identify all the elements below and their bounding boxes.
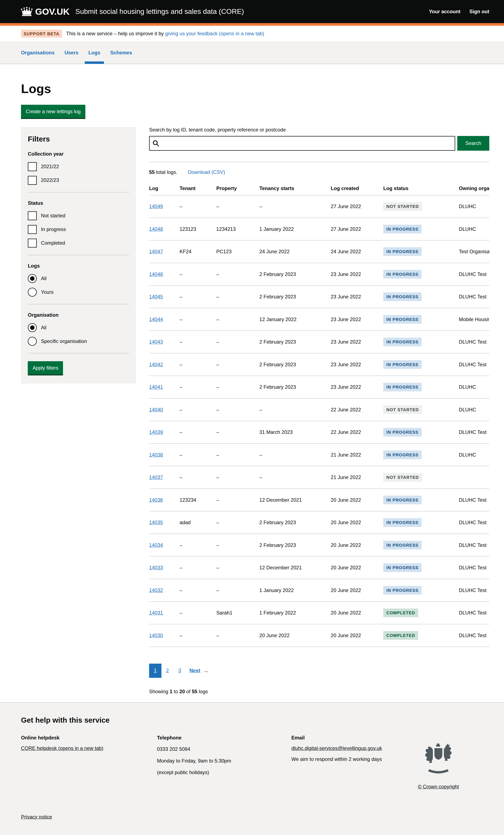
create-lettings-log-button[interactable]: Create a new lettings log <box>21 105 85 118</box>
log-id-cell: 14045 <box>149 287 180 307</box>
log-link[interactable]: 14038 <box>149 452 163 457</box>
filter-group-title: Logs <box>28 263 129 269</box>
log-status-badge: Not started <box>383 473 422 482</box>
nav-tab-users[interactable]: Users <box>64 42 78 64</box>
checkbox-control[interactable] <box>28 211 37 220</box>
tenancy-starts-cell: 24 June 2022 <box>259 242 331 262</box>
download-csv-link[interactable]: Download (CSV) <box>188 169 225 175</box>
search-input[interactable] <box>162 137 452 150</box>
property-cell: Sarah1 <box>216 603 259 623</box>
royal-coat-of-arms <box>419 742 458 776</box>
checkbox-in-progress[interactable]: In progress <box>28 225 129 234</box>
log-id-cell: 14039 <box>149 423 180 442</box>
main-content: Logs Create a new lettings log Filters C… <box>0 64 504 702</box>
radio-control[interactable] <box>28 337 37 346</box>
log-status-badge: Not started <box>383 202 422 211</box>
log-link[interactable]: 14043 <box>149 339 163 344</box>
radio-all[interactable]: All <box>28 274 129 283</box>
log-link[interactable]: 14044 <box>149 317 163 322</box>
owning-org-cell: DLUHC Test <box>459 423 489 442</box>
sign-out-link[interactable]: Sign out <box>469 8 489 15</box>
log-link[interactable]: 14040 <box>149 407 163 412</box>
checkbox-not-started[interactable]: Not started <box>28 211 129 220</box>
column-header: Owning organisation <box>459 183 489 195</box>
filter-group-title: Organisation <box>28 312 129 318</box>
footer-column-text: (except public holidays) <box>157 769 291 776</box>
govuk-header: GOV.UK Submit social housing lettings an… <box>0 0 504 26</box>
log-link[interactable]: 14047 <box>149 249 163 254</box>
privacy-notice-link[interactable]: Privacy notice <box>21 814 52 820</box>
service-name[interactable]: Submit social housing lettings and sales… <box>75 7 244 16</box>
nav-tab-logs[interactable]: Logs <box>88 42 100 64</box>
log-link[interactable]: 14048 <box>149 226 163 232</box>
table-row: 14045––2 February 202323 June 2022In pro… <box>149 286 489 308</box>
log-status-cell: In progress <box>383 241 459 263</box>
checkbox-control[interactable] <box>28 162 37 171</box>
log-status-cell: In progress <box>383 579 459 602</box>
log-link[interactable]: 14033 <box>149 565 163 570</box>
filters-panel: Filters Collection year2021/222022/23Sta… <box>21 127 136 384</box>
search-label: Search by log ID, tenant code, property … <box>149 127 489 133</box>
log-link[interactable]: 14032 <box>149 587 163 593</box>
log-status-cell: In progress <box>383 511 459 534</box>
log-created-cell: 20 June 2022 <box>331 626 383 645</box>
your-account-link[interactable]: Your account <box>429 8 461 15</box>
radio-yours[interactable]: Yours <box>28 288 129 297</box>
search-button[interactable]: Search <box>457 136 489 151</box>
pagination-page-3[interactable]: 3 <box>174 664 186 678</box>
log-link[interactable]: 14042 <box>149 362 163 367</box>
nav-tab-schemes[interactable]: Schemes <box>110 42 132 64</box>
property-cell: – <box>216 355 259 374</box>
log-link[interactable]: 14031 <box>149 610 163 615</box>
tenancy-starts-cell: – <box>259 400 331 420</box>
log-status-cell: In progress <box>383 421 459 443</box>
log-link[interactable]: 14045 <box>149 294 163 299</box>
checkbox-control[interactable] <box>28 239 37 248</box>
govuk-logotype[interactable]: GOV.UK <box>35 6 70 17</box>
log-created-cell: 21 June 2022 <box>331 445 383 465</box>
tenant-cell: – <box>180 603 216 623</box>
log-link[interactable]: 14035 <box>149 520 163 525</box>
radio-control[interactable] <box>28 288 37 297</box>
tenancy-starts-cell: 31 March 2023 <box>259 423 331 442</box>
log-link[interactable]: 14046 <box>149 271 163 277</box>
nav-tab-organisations[interactable]: Organisations <box>21 42 55 64</box>
owning-org-cell: DLUHC Test <box>459 535 489 555</box>
log-status-cell: In progress <box>383 444 459 466</box>
feedback-link[interactable]: giving us your feedback (opens in a new … <box>165 30 264 36</box>
radio-control[interactable] <box>28 323 37 332</box>
tenant-cell: KF24 <box>180 242 216 262</box>
log-status-cell: In progress <box>383 556 459 579</box>
apply-filters-button[interactable]: Apply filters <box>28 361 63 375</box>
column-header: Log <box>149 183 180 195</box>
pagination-page-2[interactable]: 2 <box>161 664 174 678</box>
log-link[interactable]: 14030 <box>149 633 163 638</box>
log-link[interactable]: 14037 <box>149 474 163 480</box>
pagination-page-1[interactable]: 1 <box>149 664 161 678</box>
crown-copyright-link[interactable]: © Crown copyright <box>418 784 459 790</box>
log-link[interactable]: 14036 <box>149 497 163 503</box>
option-label: In progress <box>41 227 66 232</box>
checkbox-control[interactable] <box>28 176 37 185</box>
filter-divider <box>28 304 129 304</box>
log-id-cell: 14032 <box>149 581 180 600</box>
log-link[interactable]: 14049 <box>149 204 163 209</box>
pagination-next-link[interactable]: Next <box>189 668 200 674</box>
table-row: 14044––12 January 202223 June 2022In pro… <box>149 308 489 331</box>
property-cell: – <box>216 264 259 284</box>
log-link[interactable]: 14039 <box>149 429 163 435</box>
footer-column-link[interactable]: dluhc.digital-services@levellingup.gov.u… <box>291 746 382 751</box>
radio-all[interactable]: All <box>28 323 129 332</box>
checkbox-control[interactable] <box>28 225 37 234</box>
checkbox-2021-22[interactable]: 2021/22 <box>28 162 129 171</box>
checkbox-2022-23[interactable]: 2022/23 <box>28 176 129 185</box>
radio-specific-organisation[interactable]: Specific organisation <box>28 337 129 346</box>
log-link[interactable]: 14034 <box>149 542 163 548</box>
owning-org-cell: DLUHC Test <box>459 355 489 374</box>
tenancy-starts-cell: – <box>259 445 331 465</box>
checkbox-completed[interactable]: Completed <box>28 239 129 248</box>
footer-column-link[interactable]: CORE helpdesk (opens in a new tab) <box>21 746 103 751</box>
radio-control[interactable] <box>28 274 37 283</box>
tenancy-starts-cell: 1 January 2022 <box>259 219 331 239</box>
log-link[interactable]: 14041 <box>149 384 163 390</box>
